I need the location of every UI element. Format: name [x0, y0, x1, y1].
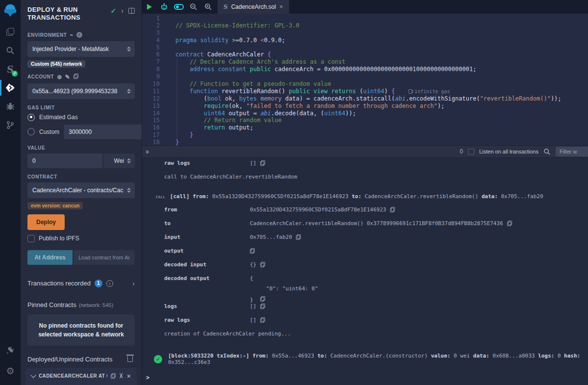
copy-icon[interactable] [260, 317, 265, 323]
activity-bar: S ✓ [0, 0, 21, 385]
custom-gas-radio[interactable] [27, 128, 35, 135]
value-label: VALUE [27, 145, 135, 151]
copilot-toggle[interactable] [172, 0, 186, 14]
at-address-row: At Address [27, 250, 135, 265]
deploy-button[interactable]: Deploy [27, 214, 65, 230]
terminal-row: raw logs[] [142, 160, 588, 174]
edit-account-icon[interactable]: ✎ [65, 74, 71, 80]
terminal-search-icon[interactable] [543, 148, 551, 155]
code-line: // Function to get a pseudo-random value [175, 80, 588, 88]
terminal-row: logs[] [142, 303, 588, 317]
run-script-button[interactable] [142, 0, 157, 14]
value-input[interactable] [27, 154, 102, 168]
pin-contract-icon[interactable]: ⊼ [119, 373, 123, 380]
terminal-header: » 0 Listen on all transactions [142, 145, 588, 158]
value-unit-select[interactable]: Wei [103, 154, 135, 168]
forward-chevron-icon[interactable]: › [121, 7, 123, 15]
files-icon [6, 28, 14, 36]
copy-account-icon[interactable] [74, 74, 78, 79]
collapse-terminal-icon[interactable]: » [144, 150, 151, 153]
transactions-count-badge: 1 [95, 280, 102, 287]
close-tab-icon[interactable]: × [279, 4, 283, 9]
copy-icon[interactable] [390, 207, 395, 212]
copy-icon[interactable] [260, 160, 265, 166]
editor-toolbar: S CadenceArch.sol × [142, 0, 588, 14]
zoom-in-icon [204, 3, 212, 11]
terminal-row: from0x55a1320D432759960C5Df0215a8dF78e1E… [142, 206, 588, 220]
panel-header-icons: ✓ › [111, 7, 135, 15]
code-line: // SPDX-License-Identifier: GPL-3.0 [175, 22, 588, 29]
environment-label: ENVIRONMENT [27, 32, 67, 38]
add-account-icon[interactable]: ⊕ [57, 74, 62, 80]
panel-header: DEPLOY & RUN TRANSACTIONS ✓ › [21, 0, 142, 26]
gas-limit-label: GAS LIMIT [27, 105, 135, 110]
copy-icon[interactable] [507, 221, 512, 226]
code-line: // Declare Cadence Arch's address as a c… [175, 58, 588, 66]
terminal-row: decoded output{ "0": "uint64: 0"} [142, 275, 588, 303]
env-info-icon[interactable]: i [76, 32, 82, 38]
code-line: } [175, 131, 588, 139]
code-editor[interactable]: 123456789101112131415161718 // SPDX-Lice… [142, 14, 588, 145]
line-number: 6 [142, 51, 160, 58]
editor-gutter: 123456789101112131415161718 [142, 14, 167, 145]
listen-all-checkbox[interactable] [468, 149, 474, 155]
estimated-gas-row[interactable]: Estimated Gas [27, 114, 135, 121]
pinned-contracts-title: Pinned Contracts [27, 301, 76, 308]
zoom-in-button[interactable] [201, 0, 216, 14]
account-select[interactable]: 0x55a...46923 (999.9999453238 [27, 83, 135, 99]
remove-contract-icon[interactable]: × [127, 374, 131, 379]
panel-body: ENVIRONMENT ⌁ i Injected Provider - Meta… [21, 26, 142, 265]
environment-label-row: ENVIRONMENT ⌁ i [27, 32, 135, 38]
estimated-gas-radio[interactable] [27, 114, 35, 121]
deployed-card-header[interactable]: CADENCEARCHCALER AT 0X ⊼ × [31, 373, 131, 380]
tab-cadencearch[interactable]: S CadenceArch.sol × [218, 0, 289, 14]
copy-address-icon[interactable] [111, 373, 116, 379]
copy-icon[interactable] [296, 234, 301, 240]
remix-ai-button[interactable] [157, 0, 172, 14]
terminal-row: ✓[block:5033220 txIndex:-] from: 0x55a..… [142, 351, 588, 367]
file-explorer-icon[interactable] [0, 23, 21, 41]
search-icon[interactable] [0, 41, 21, 60]
git-icon[interactable] [0, 116, 21, 134]
gas-icon [409, 89, 412, 94]
contract-select[interactable]: CadenceArchCaler - contracts/Cac [27, 182, 135, 198]
line-number: 7 [142, 58, 160, 66]
env-plug-icon[interactable]: ⌁ [70, 32, 74, 38]
terminal-prompt[interactable]: > [142, 374, 588, 385]
publish-ipfs-row[interactable]: Publish to IPFS [27, 235, 135, 242]
plugin-manager-icon[interactable] [0, 341, 21, 359]
environment-select[interactable]: Injected Provider - MetaMask [27, 41, 135, 57]
transactions-info-icon[interactable]: i [106, 280, 113, 287]
debugger-icon[interactable] [0, 97, 21, 116]
magnifier-icon [6, 46, 15, 55]
pinned-contracts-title-row: Pinned Contracts (network: 545) [21, 294, 142, 308]
copy-icon[interactable] [250, 248, 255, 254]
clear-deployed-trash-icon[interactable] [127, 356, 133, 362]
settings-icon[interactable]: ⚙ [0, 361, 21, 380]
zoom-out-button[interactable] [186, 0, 201, 14]
terminal[interactable]: raw logs[]call to CadenceArchCaler.rever… [142, 158, 588, 385]
deploy-run-icon[interactable] [0, 78, 21, 97]
line-number: 16 [142, 124, 160, 131]
collapse-chevron-icon[interactable] [30, 372, 36, 378]
solidity-compiler-icon[interactable]: S ✓ [0, 60, 21, 78]
compile-success-badge: ✓ [12, 71, 18, 77]
copy-icon[interactable] [260, 296, 265, 302]
line-number: 13 [142, 103, 160, 110]
transactions-expand-icon[interactable]: › [132, 280, 135, 287]
terminal-filter-input[interactable] [556, 147, 588, 156]
panel-title: DEPLOY & RUN TRANSACTIONS [27, 6, 101, 22]
at-address-input[interactable] [74, 250, 135, 265]
toggle-icon [174, 4, 184, 10]
editor-code: // SPDX-License-Identifier: GPL-3.0pragm… [167, 14, 588, 145]
activity-bar-bottom: ⚙ [0, 341, 21, 380]
gear-icon: ⚙ [6, 365, 14, 377]
line-number: 18 [142, 139, 160, 145]
publish-ipfs-checkbox[interactable] [27, 235, 35, 242]
copy-icon[interactable] [260, 304, 265, 309]
copy-icon[interactable] [260, 262, 265, 267]
transactions-recorded-row[interactable]: Transactions recorded 1 i › [21, 273, 142, 294]
at-address-button[interactable]: At Address [27, 250, 73, 265]
custom-gas-input[interactable] [64, 125, 142, 139]
pin-panel-icon[interactable] [128, 8, 135, 14]
